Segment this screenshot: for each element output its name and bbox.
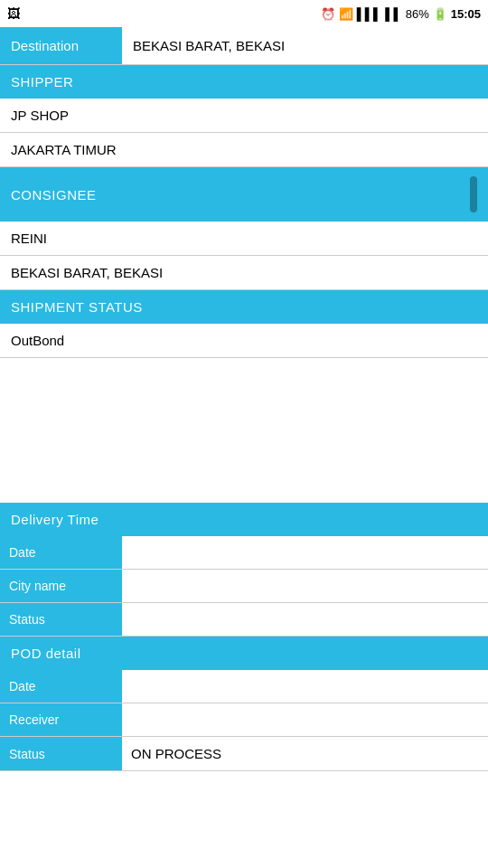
- pod-receiver-label: Receiver: [0, 703, 122, 736]
- destination-value: BEKASI BARAT, BEKASI: [122, 27, 488, 64]
- delivery-city-label: City name: [0, 570, 122, 602]
- delivery-status-value[interactable]: [122, 603, 488, 636]
- battery-percent: 86%: [406, 7, 429, 21]
- battery-icon: 🔋: [433, 7, 447, 21]
- time-display: 15:05: [451, 7, 481, 21]
- pod-receiver-row: Receiver: [0, 703, 488, 737]
- pod-detail-header: POD detail: [0, 637, 488, 670]
- status-left: 🖼: [7, 6, 20, 21]
- shipper-shop-name: JP SHOP: [0, 99, 488, 133]
- status-right: ⏰ 📶 ▌▌▌ ▌▌ 86% 🔋 15:05: [321, 7, 481, 21]
- shipper-section-header: SHIPPER: [0, 65, 488, 99]
- delivery-status-label: Status: [0, 603, 122, 636]
- consignee-label: CONSIGNEE: [11, 187, 97, 203]
- signal-bars-2: ▌▌: [385, 7, 401, 21]
- signal-bars: ▌▌▌: [357, 7, 382, 21]
- scroll-handle: [470, 176, 477, 212]
- shipper-location: JAKARTA TIMUR: [0, 133, 488, 167]
- pod-status-row: Status ON PROCESS: [0, 737, 488, 771]
- delivery-date-label: Date: [0, 536, 122, 569]
- delivery-date-row: Date: [0, 536, 488, 570]
- pod-status-value: ON PROCESS: [122, 737, 488, 770]
- pod-receiver-value[interactable]: [122, 703, 488, 736]
- delivery-status-row: Status: [0, 603, 488, 637]
- pod-date-row: Date: [0, 670, 488, 703]
- pod-date-label: Date: [0, 670, 122, 703]
- delivery-city-row: City name: [0, 570, 488, 603]
- delivery-time-header: Delivery Time: [0, 503, 488, 536]
- status-bar: 🖼 ⏰ 📶 ▌▌▌ ▌▌ 86% 🔋 15:05: [0, 0, 488, 27]
- shipment-status-value: OutBond: [0, 324, 488, 358]
- shipment-status-header: SHIPMENT STATUS: [0, 290, 488, 324]
- consignee-section-header: CONSIGNEE: [0, 167, 488, 222]
- consignee-location: BEKASI BARAT, BEKASI: [0, 256, 488, 290]
- destination-row: Destination BEKASI BARAT, BEKASI: [0, 27, 488, 65]
- clock-icon: ⏰: [321, 7, 335, 21]
- delivery-city-value[interactable]: [122, 570, 488, 602]
- main-content: Destination BEKASI BARAT, BEKASI SHIPPER…: [0, 27, 488, 868]
- spacer: [0, 358, 488, 503]
- consignee-name: REINI: [0, 222, 488, 256]
- destination-label: Destination: [0, 27, 122, 64]
- pod-status-label: Status: [0, 737, 122, 770]
- wifi-icon: 📶: [339, 7, 353, 21]
- pod-date-value[interactable]: [122, 670, 488, 703]
- image-icon: 🖼: [7, 6, 20, 21]
- delivery-date-value[interactable]: [122, 536, 488, 569]
